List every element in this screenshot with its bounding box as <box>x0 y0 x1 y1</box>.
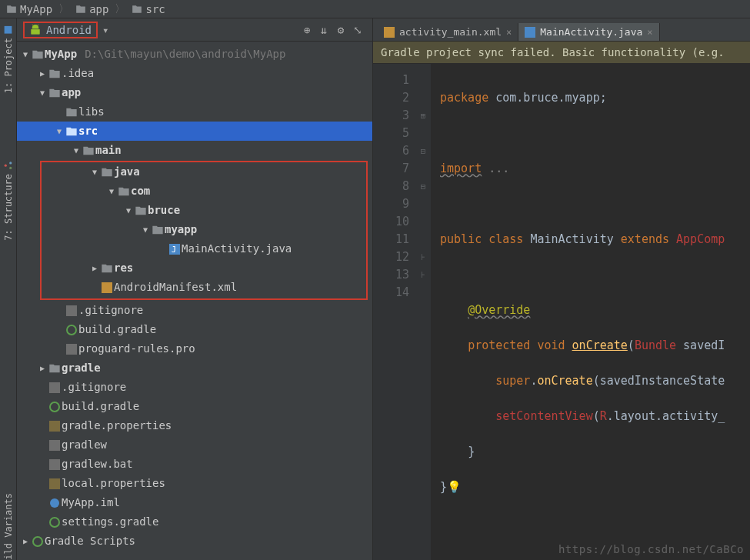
svg-rect-20 <box>525 27 535 38</box>
tab-build-variants[interactable]: ild Variants <box>3 493 14 560</box>
iml-file-icon <box>48 498 62 508</box>
tree-label: gradlew.bat <box>62 455 133 474</box>
breadcrumb-item[interactable]: src <box>128 3 168 15</box>
tree-node-file[interactable]: .gitignore <box>17 301 372 320</box>
java-file-icon <box>525 27 535 38</box>
collapse-all-button[interactable]: ⇊ <box>315 22 332 38</box>
breadcrumb-item[interactable]: MyApp <box>3 3 55 15</box>
tree-node-file[interactable]: J MainActivity.java <box>42 239 366 258</box>
code-editor[interactable]: 1 2 3 5 6 7 8 9 10 11 12 13 14 ⊞⊟⊟⊦⊦ pac… <box>373 64 750 560</box>
svg-rect-13 <box>49 440 60 451</box>
chevron-right-icon: 〉 <box>58 2 69 16</box>
tree-node[interactable]: ▶ .idea <box>17 64 372 83</box>
code-content[interactable]: package com.bruce.myapp; import ... publ… <box>431 64 750 560</box>
tab-structure[interactable]: 7: Structure <box>3 161 14 241</box>
tree-node-file[interactable]: proguard-rules.pro <box>17 339 372 358</box>
tree-label: main <box>95 141 122 160</box>
tree-label: Gradle Scripts <box>45 532 135 551</box>
tree-node-file[interactable]: build.gradle <box>17 397 372 416</box>
editor-tab-active[interactable]: MainActivity.java × <box>518 23 659 41</box>
tree-node[interactable]: ▼ bruce <box>42 201 366 220</box>
tree-label: MyApp <box>45 45 77 64</box>
tree-label: MainActivity.java <box>182 239 292 258</box>
svg-rect-6 <box>102 282 112 293</box>
structure-icon <box>3 161 13 171</box>
intention-bulb-icon[interactable]: 💡 <box>447 480 462 494</box>
tree-node[interactable]: ▶ gradle <box>17 358 372 378</box>
main-area: Android ▾ ⊕ ⇊ ⚙ ⤡ ▼ MyApp D:\Git\mayun\d… <box>17 18 750 560</box>
xml-file-icon <box>100 282 114 293</box>
tree-node-file[interactable]: gradle.properties <box>17 416 372 435</box>
chevron-down-icon: ▼ <box>37 83 48 102</box>
chevron-down-icon[interactable]: ▾ <box>102 24 108 36</box>
close-icon[interactable]: × <box>647 27 652 38</box>
tree-label: gradlew <box>62 435 107 455</box>
xml-file-icon <box>384 27 395 38</box>
tree-label: bruce <box>148 201 180 220</box>
locate-button[interactable]: ⊕ <box>298 22 315 38</box>
tree-node[interactable]: ▼ myapp <box>42 220 366 239</box>
svg-rect-19 <box>384 27 395 38</box>
project-view-label: Android <box>46 24 92 36</box>
tree-node[interactable]: ▶ res <box>42 258 366 278</box>
tree-node-file[interactable]: gradlew <box>17 435 372 455</box>
tree-node-file[interactable]: settings.gradle <box>17 512 372 532</box>
folder-icon <box>48 87 62 99</box>
folder-icon <box>48 68 62 80</box>
hide-panel-button[interactable]: ⤡ <box>349 22 366 38</box>
tree-node-file[interactable]: AndroidManifest.xml <box>42 278 366 297</box>
chevron-right-icon: 〉 <box>115 2 125 16</box>
gradle-icon <box>48 517 62 528</box>
tab-label: MainActivity.java <box>540 26 642 38</box>
breadcrumb-label: MyApp <box>20 3 52 15</box>
folder-icon <box>65 125 78 138</box>
tree-node-file[interactable]: .gitignore <box>17 378 372 397</box>
project-view-selector[interactable]: Android <box>23 22 98 38</box>
svg-point-11 <box>50 402 59 412</box>
tab-project[interactable]: 1: Project <box>3 25 14 93</box>
tree-node-root[interactable]: ▼ MyApp D:\Git\mayun\demo\android\MyApp <box>17 45 372 64</box>
tree-node[interactable]: ▶ Gradle Scripts <box>17 532 372 551</box>
svg-text:J: J <box>172 245 176 254</box>
tree-node[interactable]: ▼ main <box>17 141 372 160</box>
tree-node-file[interactable]: gradlew.bat <box>17 455 372 474</box>
close-icon[interactable]: × <box>506 27 512 38</box>
fold-gutter: ⊞⊟⊟⊦⊦ <box>415 64 431 560</box>
breadcrumb: MyApp 〉 app 〉 src <box>0 0 750 18</box>
line-gutter: 1 2 3 5 6 7 8 9 10 11 12 13 14 <box>373 64 415 560</box>
gear-icon[interactable]: ⚙ <box>332 22 349 38</box>
tree-node-file[interactable]: build.gradle <box>17 320 372 339</box>
tree-label: .gitignore <box>62 378 126 397</box>
svg-point-16 <box>50 498 59 508</box>
folder-icon <box>31 48 45 61</box>
tree-node[interactable]: ▼ java <box>42 162 366 182</box>
breadcrumb-item[interactable]: app <box>72 3 112 15</box>
tab-label: 1: Project <box>3 38 14 93</box>
tree-label: gradle <box>62 358 101 378</box>
svg-rect-14 <box>49 459 60 470</box>
svg-rect-9 <box>66 344 77 355</box>
project-panel: Android ▾ ⊕ ⇊ ⚙ ⤡ ▼ MyApp D:\Git\mayun\d… <box>17 18 373 560</box>
sync-failed-banner[interactable]: Gradle project sync failed. Basic functi… <box>373 42 750 64</box>
tree-node-file[interactable]: local.properties <box>17 474 372 493</box>
chevron-down-icon: ▼ <box>89 162 100 182</box>
folder-icon <box>65 106 78 118</box>
tree-node-selected[interactable]: ▼ src <box>17 122 372 141</box>
tree-node[interactable]: ▼ app <box>17 83 372 102</box>
chevron-right-icon: ▶ <box>89 258 100 278</box>
tree-node[interactable]: ▼ com <box>42 182 366 201</box>
properties-file-icon <box>48 478 62 489</box>
tree-label: local.properties <box>62 474 165 493</box>
tree-label: .idea <box>62 64 94 83</box>
chevron-down-icon: ▼ <box>20 45 31 64</box>
tree-node-file[interactable]: MyApp.iml <box>17 493 372 512</box>
tree-node[interactable]: libs <box>17 102 372 122</box>
tab-label: ild Variants <box>3 493 14 560</box>
editor-tab[interactable]: activity_main.xml × <box>378 23 518 41</box>
tree-label: java <box>114 162 140 182</box>
folder-icon <box>151 224 165 236</box>
chevron-right-icon: ▶ <box>37 64 48 83</box>
project-tree[interactable]: ▼ MyApp D:\Git\mayun\demo\android\MyApp … <box>17 42 372 560</box>
chevron-down-icon: ▼ <box>54 122 65 141</box>
svg-point-3 <box>9 162 12 165</box>
